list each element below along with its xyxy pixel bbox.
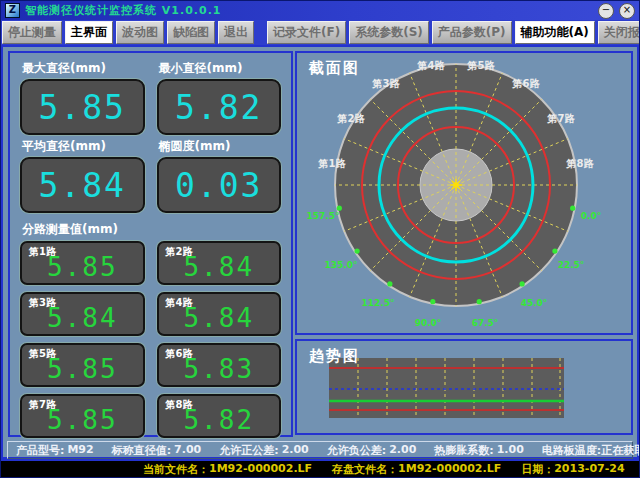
path-label-1: 第1路 (318, 158, 347, 169)
neg-tolerance-label: 允许负公差: (327, 443, 386, 458)
max-diameter-value: 5.85 (39, 88, 126, 127)
client-area: 最大直径(mm) 5.85 最小直径(mm) 5.82 平均直径(mm) 5.8… (1, 45, 639, 459)
path-label-3: 第3路 (372, 78, 401, 89)
angle-label-45: 45.0° (521, 298, 548, 308)
title-bar: Z 智能测径仪统计监控系统 V1.0.0.1 − × (1, 1, 639, 20)
angle-label-0: 0.0° (581, 211, 601, 221)
menu-stop-measure[interactable]: 停止测量 (2, 21, 62, 44)
saved-file-label: 存盘文件名： (332, 462, 398, 477)
saved-file-value: 1M92-000002.LF (398, 462, 501, 477)
channel-1-display: 第1路 5.85 (20, 241, 145, 285)
angle-label-135: 135.0° (325, 260, 358, 270)
app-icon: Z (5, 3, 20, 18)
expansion-coef-label: 热膨胀系数: (434, 443, 493, 458)
date-value: 2013-07-24 (554, 462, 624, 477)
date-label: 日期： (521, 462, 554, 477)
min-diameter-display: 5.82 (157, 79, 282, 135)
footer-bar: 当前文件名： 1M92-000002.LF 存盘文件名： 1M92-000002… (1, 459, 639, 477)
status-strip: 产品型号: M92 标称直径值: 7.00 允许正公差: 2.00 允许负公差:… (7, 441, 633, 459)
ovality-value: 0.03 (175, 166, 262, 205)
channel-6-value: 5.83 (159, 354, 280, 384)
menu-main-view[interactable]: 主界面 (65, 21, 113, 44)
max-diameter-label: 最大直径(mm) (22, 60, 145, 77)
cross-section-panel: 截面图 (295, 51, 633, 335)
product-model-label: 产品型号: (16, 443, 64, 458)
nominal-diameter-label: 标称直径值: (112, 443, 171, 458)
angle-label-22: 22.5° (558, 260, 585, 270)
channel-4-value: 5.84 (159, 303, 280, 333)
avg-diameter-display: 5.84 (20, 157, 145, 213)
cross-section-chart: 第1路 第2路 第3路 第4路 第5路 第6路 第7路 第8路 (297, 53, 631, 333)
channel-3-value: 5.84 (22, 303, 143, 333)
channel-7-value: 5.85 (22, 405, 143, 435)
channel-2-display: 第2路 5.84 (157, 241, 282, 285)
channel-2-value: 5.84 (159, 252, 280, 282)
avg-diameter-value: 5.84 (39, 166, 126, 205)
angle-label-67: 67.5° (472, 318, 499, 328)
channel-7-display: 第7路 5.85 (20, 394, 145, 438)
min-diameter-label: 最小直径(mm) (159, 60, 282, 77)
path-label-5: 第5路 (467, 60, 496, 71)
ovality-display: 0.03 (157, 157, 282, 213)
nominal-diameter-value: 7.00 (174, 443, 201, 458)
menu-record-files[interactable]: 记录文件(F) (267, 21, 346, 44)
current-file-value: 1M92-000002.LF (209, 462, 312, 477)
board-temp-notice: 电路板温度:正在获取，稍等片刻... (542, 443, 640, 458)
menu-exit[interactable]: 退出 (218, 21, 254, 44)
path-label-6: 第6路 (512, 78, 541, 89)
measurement-panel: 最大直径(mm) 5.85 最小直径(mm) 5.82 平均直径(mm) 5.8… (8, 51, 293, 437)
channel-6-display: 第6路 5.83 (157, 343, 282, 387)
channel-1-value: 5.85 (22, 252, 143, 282)
angle-label-112: 112.5° (362, 298, 395, 308)
avg-diameter-label: 平均直径(mm) (22, 138, 145, 155)
max-diameter-display: 5.85 (20, 79, 145, 135)
menu-bar: 停止测量 主界面 波动图 缺陷图 退出 记录文件(F) 系统参数(S) 产品参数… (1, 20, 639, 45)
channel-5-value: 5.85 (22, 354, 143, 384)
app-window: Z 智能测径仪统计监控系统 V1.0.0.1 − × 停止测量 主界面 波动图 … (0, 0, 640, 478)
path-label-2: 第2路 (337, 113, 366, 124)
window-title: 智能测径仪统计监控系统 V1.0.0.1 (25, 3, 593, 18)
path-label-4: 第4路 (417, 60, 446, 71)
menu-aux-functions[interactable]: 辅助功能(A) (515, 21, 595, 44)
channel-section-label: 分路测量值(mm) (22, 221, 281, 238)
trend-plot-area (329, 358, 564, 418)
angle-label-90: 90.0° (415, 318, 442, 328)
channel-8-value: 5.82 (159, 405, 280, 435)
current-file-label: 当前文件名： (143, 462, 209, 477)
channel-5-display: 第5路 5.85 (20, 343, 145, 387)
neg-tolerance-value: 2.00 (389, 443, 416, 458)
menu-close-alarm[interactable]: 关闭报警(M) (598, 21, 640, 44)
path-label-8: 第8路 (566, 158, 595, 169)
product-model-value: M92 (67, 443, 93, 458)
min-diameter-value: 5.82 (175, 88, 262, 127)
menu-fluctuation-chart[interactable]: 波动图 (116, 21, 164, 44)
minimize-button[interactable]: − (598, 3, 614, 19)
pos-tolerance-label: 允许正公差: (219, 443, 278, 458)
cross-section-title: 截面图 (309, 59, 360, 78)
path-label-7: 第7路 (547, 113, 576, 124)
menu-product-params[interactable]: 产品参数(P) (432, 21, 512, 44)
angle-label-157: 157.5° (307, 211, 340, 221)
menu-defect-chart[interactable]: 缺陷图 (167, 21, 215, 44)
close-button[interactable]: × (619, 3, 635, 19)
pos-tolerance-value: 2.00 (282, 443, 309, 458)
trend-title: 趋势图 (309, 347, 360, 366)
trend-panel: 趋势图 (295, 339, 633, 435)
ovality-label: 椭圆度(mm) (159, 138, 282, 155)
menu-system-params[interactable]: 系统参数(S) (349, 21, 429, 44)
channel-4-display: 第4路 5.84 (157, 292, 282, 336)
channel-3-display: 第3路 5.84 (20, 292, 145, 336)
channel-8-display: 第8路 5.82 (157, 394, 282, 438)
expansion-coef-value: 1.00 (497, 443, 524, 458)
